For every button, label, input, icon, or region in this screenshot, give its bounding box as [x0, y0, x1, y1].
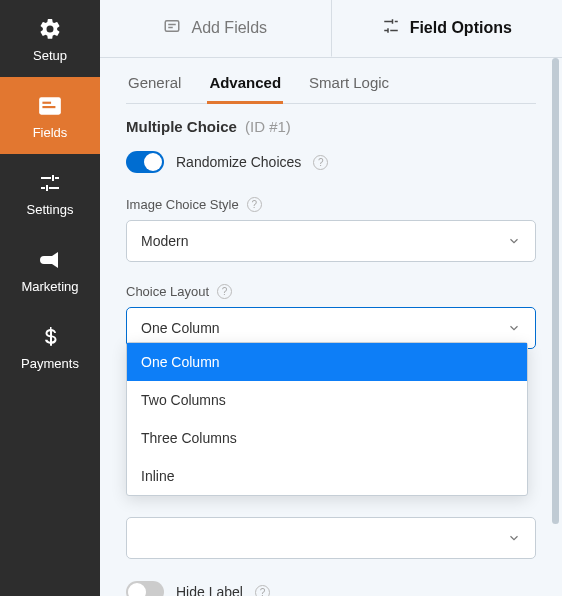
- sub-tab-general[interactable]: General: [126, 74, 183, 104]
- choice-layout-group: Choice Layout ? One Column: [126, 284, 536, 349]
- help-icon[interactable]: ?: [313, 155, 328, 170]
- field-options-content: General Advanced Smart Logic Multiple Ch…: [100, 58, 562, 596]
- sidebar-item-label: Settings: [27, 202, 74, 217]
- help-icon[interactable]: ?: [255, 585, 270, 597]
- help-icon[interactable]: ?: [247, 197, 262, 212]
- field-heading: Multiple Choice (ID #1): [126, 118, 536, 135]
- toggle-knob: [144, 153, 162, 171]
- sidebar-item-label: Setup: [33, 48, 67, 63]
- choice-layout-label: Choice Layout: [126, 284, 209, 299]
- choice-layout-dropdown: One Column Two Columns Three Columns Inl…: [126, 342, 528, 496]
- form-icon: [37, 93, 63, 119]
- sidebar-item-fields[interactable]: Fields: [0, 77, 100, 154]
- sidebar-item-setup[interactable]: Setup: [0, 0, 100, 77]
- chevron-down-icon: [507, 234, 521, 248]
- tab-add-fields[interactable]: Add Fields: [100, 0, 331, 57]
- sidebar-item-payments[interactable]: Payments: [0, 308, 100, 385]
- field-id: (ID #1): [245, 118, 291, 135]
- sidebar-item-marketing[interactable]: Marketing: [0, 231, 100, 308]
- chevron-down-icon: [507, 321, 521, 335]
- hide-label-label: Hide Label: [176, 584, 243, 596]
- sliders-icon: [382, 17, 400, 39]
- image-choice-style-group: Image Choice Style ? Modern: [126, 197, 536, 262]
- svg-rect-1: [42, 102, 51, 104]
- randomize-toggle[interactable]: [126, 151, 164, 173]
- dollar-icon: [37, 324, 63, 350]
- image-choice-style-select[interactable]: Modern: [126, 220, 536, 262]
- top-tabs: Add Fields Field Options: [100, 0, 562, 58]
- hidden-select-behind-dropdown[interactable]: [126, 517, 536, 559]
- tab-label: Field Options: [410, 19, 512, 37]
- gear-icon: [37, 16, 63, 42]
- sliders-icon: [37, 170, 63, 196]
- main-panel: Add Fields Field Options General Advance…: [100, 0, 562, 596]
- chevron-down-icon: [507, 531, 521, 545]
- tab-label: Add Fields: [191, 19, 267, 37]
- dropdown-option[interactable]: Inline: [127, 457, 527, 495]
- sidebar-item-label: Payments: [21, 356, 79, 371]
- dropdown-option[interactable]: One Column: [127, 343, 527, 381]
- hide-label-toggle[interactable]: [126, 581, 164, 596]
- add-fields-icon: [163, 17, 181, 39]
- dropdown-option[interactable]: Three Columns: [127, 419, 527, 457]
- sub-tabs: General Advanced Smart Logic: [126, 58, 536, 104]
- sidebar-item-settings[interactable]: Settings: [0, 154, 100, 231]
- sidebar-item-label: Fields: [33, 125, 68, 140]
- select-value: One Column: [141, 320, 220, 336]
- help-icon[interactable]: ?: [217, 284, 232, 299]
- hide-label-row: Hide Label ?: [126, 581, 536, 596]
- sidebar: Setup Fields Settings Marketing Payments: [0, 0, 100, 596]
- sub-tab-advanced[interactable]: Advanced: [207, 74, 283, 104]
- toggle-knob: [128, 583, 146, 596]
- randomize-choices-row: Randomize Choices ?: [126, 151, 536, 173]
- bullhorn-icon: [37, 247, 63, 273]
- image-choice-style-label: Image Choice Style: [126, 197, 239, 212]
- sidebar-item-label: Marketing: [21, 279, 78, 294]
- svg-rect-3: [166, 21, 180, 32]
- field-type-title: Multiple Choice: [126, 118, 237, 135]
- select-value: Modern: [141, 233, 188, 249]
- dropdown-option[interactable]: Two Columns: [127, 381, 527, 419]
- sub-tab-smart-logic[interactable]: Smart Logic: [307, 74, 391, 104]
- randomize-label: Randomize Choices: [176, 154, 301, 170]
- svg-rect-2: [42, 106, 55, 108]
- tab-field-options[interactable]: Field Options: [331, 0, 563, 57]
